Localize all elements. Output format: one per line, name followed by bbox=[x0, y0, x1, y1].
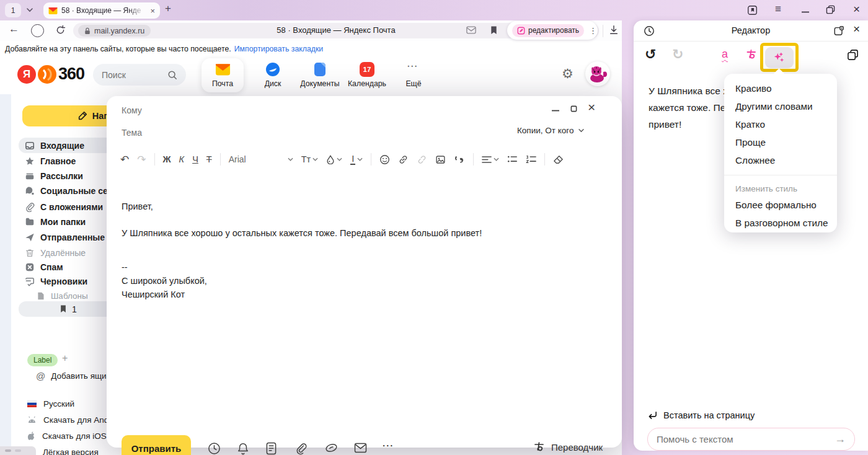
menu-item-beautiful[interactable]: Красиво bbox=[724, 79, 837, 97]
strikethrough-button[interactable]: Т bbox=[206, 154, 212, 164]
service-calendar[interactable]: 17 Календарь bbox=[345, 61, 389, 92]
add-mailbox-row[interactable]: @ Добавить ящик bbox=[36, 369, 110, 382]
sidebar-item-my-folders[interactable]: Мои папки bbox=[25, 214, 86, 229]
remove-link-icon[interactable] bbox=[417, 154, 427, 165]
ai-rewrite-sparkles-button[interactable] bbox=[765, 47, 794, 68]
compose-subject-field[interactable] bbox=[122, 126, 469, 139]
panel-close-icon[interactable]: × bbox=[853, 22, 860, 36]
tab-counter[interactable]: 1 bbox=[5, 3, 21, 17]
numbered-list-icon[interactable] bbox=[526, 155, 536, 164]
compose-more-icon[interactable]: ⋯ bbox=[382, 438, 394, 453]
menu-item-formal[interactable]: Более формально bbox=[724, 196, 837, 214]
mail-notify-icon[interactable] bbox=[466, 26, 476, 34]
label-tag[interactable]: Label bbox=[27, 354, 58, 366]
sidebar-item-sent[interactable]: Отправленные bbox=[25, 229, 105, 245]
edit-chip[interactable]: редактировать bbox=[512, 24, 584, 37]
submit-arrow-icon[interactable]: → bbox=[835, 433, 846, 446]
cc-from-toggle[interactable]: Копии, От кого bbox=[517, 126, 585, 135]
panel-redo-icon[interactable]: ↻ bbox=[672, 48, 683, 61]
translator-button[interactable]: Переводчик bbox=[533, 441, 603, 453]
insert-image-icon[interactable] bbox=[435, 154, 446, 165]
sidebar-item-social[interactable]: Социальные сети bbox=[25, 183, 117, 198]
clear-format-eraser-icon[interactable] bbox=[553, 155, 564, 164]
font-family-select[interactable]: Arial bbox=[229, 154, 293, 164]
underline-button[interactable]: Ч bbox=[192, 154, 198, 164]
attach-file-icon[interactable] bbox=[295, 442, 308, 455]
attach-from-mail-icon[interactable] bbox=[354, 443, 367, 453]
menu-item-complex[interactable]: Сложнее bbox=[724, 151, 837, 169]
emoji-icon[interactable] bbox=[379, 154, 390, 165]
bookmark-page-icon[interactable] bbox=[490, 25, 498, 35]
menu-item-rephrase[interactable]: Другими словами bbox=[724, 97, 837, 115]
panel-undo-icon[interactable]: ↺ bbox=[645, 48, 656, 61]
browser-tab[interactable]: 58 · Входящие — Янде × bbox=[43, 2, 160, 19]
compose-close-button[interactable]: × bbox=[588, 100, 595, 115]
sidebar-item-drafts[interactable]: Черновики bbox=[25, 273, 87, 289]
menu-item-casual[interactable]: В разговорном стиле bbox=[724, 214, 837, 232]
new-tab-button[interactable]: + bbox=[165, 2, 171, 15]
pill-more-icon[interactable]: ⋮ bbox=[589, 26, 597, 35]
service-more[interactable]: ⋯ Ещё bbox=[398, 61, 429, 92]
compose-maximize-button[interactable] bbox=[570, 105, 577, 112]
omnibox[interactable]: mail.yandex.ru 58 · Входящие — Яндекс По… bbox=[73, 23, 599, 38]
undo-icon[interactable]: ↶ bbox=[120, 153, 129, 166]
search-icon[interactable] bbox=[167, 70, 177, 80]
italic-button[interactable]: К bbox=[179, 154, 185, 164]
service-disk[interactable]: Диск bbox=[254, 61, 291, 92]
tabs-chevron-icon[interactable] bbox=[26, 7, 33, 12]
sidebar-item-spam[interactable]: Спам bbox=[25, 259, 63, 275]
insert-to-page-button[interactable]: Вставить на страницу bbox=[647, 410, 755, 420]
spellcheck-button[interactable]: a bbox=[722, 48, 728, 60]
search-box[interactable] bbox=[93, 64, 186, 86]
reload-icon[interactable] bbox=[55, 25, 66, 35]
panels-bookmark-icon[interactable] bbox=[747, 5, 758, 15]
yandex360-logo[interactable]: Я 360 bbox=[17, 64, 84, 84]
attach-from-disk-icon[interactable] bbox=[325, 442, 338, 454]
sidebar-item-inbox[interactable]: Входящие bbox=[25, 138, 84, 153]
text-color-button[interactable]: I bbox=[350, 154, 363, 165]
import-bookmarks-link[interactable]: Импортировать закладки bbox=[234, 45, 323, 53]
template-note-icon[interactable] bbox=[266, 442, 277, 455]
highlight-color-button[interactable] bbox=[326, 155, 342, 164]
compose-minimize-button[interactable] bbox=[552, 110, 559, 112]
tab-close-icon[interactable]: × bbox=[150, 7, 155, 15]
settings-gear-icon[interactable]: ⚙ bbox=[562, 67, 574, 80]
sidebar-item-main[interactable]: Главное bbox=[25, 153, 76, 169]
translate-hiragana-icon[interactable] bbox=[745, 48, 758, 61]
browser-menu-icon[interactable]: ≡ bbox=[775, 3, 781, 15]
language-link[interactable]: Русский bbox=[27, 396, 74, 411]
detach-panel-icon[interactable] bbox=[833, 25, 844, 37]
download-ios-link[interactable]: Скачать для iOS bbox=[27, 428, 107, 443]
menu-item-simpler[interactable]: Проще bbox=[724, 133, 837, 151]
window-minimize-button[interactable] bbox=[802, 11, 809, 13]
yandex-button[interactable] bbox=[31, 24, 44, 37]
sidebar-item-mailings[interactable]: Рассылки bbox=[25, 168, 83, 183]
add-label-icon[interactable]: + bbox=[62, 353, 68, 364]
light-version-link[interactable]: Лёгкая версия bbox=[27, 444, 99, 455]
user-avatar[interactable] bbox=[585, 61, 610, 86]
bold-button[interactable]: Ж bbox=[163, 154, 171, 164]
insert-link-icon[interactable] bbox=[398, 154, 409, 165]
ai-prompt-input[interactable] bbox=[657, 434, 835, 444]
search-input[interactable] bbox=[102, 70, 167, 80]
compose-to-field[interactable] bbox=[122, 104, 494, 117]
ai-prompt-box[interactable]: → bbox=[647, 428, 855, 451]
window-restore-button[interactable] bbox=[826, 5, 835, 14]
schedule-clock-icon[interactable] bbox=[208, 442, 221, 455]
downloads-icon[interactable] bbox=[609, 25, 619, 35]
bullet-list-icon[interactable] bbox=[507, 155, 518, 164]
menu-item-shorter[interactable]: Кратко bbox=[724, 115, 837, 133]
sidebar-item-attachments[interactable]: С вложениями bbox=[25, 199, 103, 214]
service-mail[interactable]: Почта bbox=[202, 58, 244, 92]
redo-icon[interactable]: ↷ bbox=[137, 153, 146, 166]
edit-pill[interactable]: редактировать ⋮ bbox=[507, 21, 598, 40]
copy-icon[interactable] bbox=[847, 49, 859, 61]
font-size-select[interactable]: Тт bbox=[301, 154, 319, 164]
quote-icon[interactable] bbox=[454, 155, 465, 164]
sidebar-item-trash[interactable]: Удалённые bbox=[25, 245, 86, 260]
service-docs[interactable]: Документы bbox=[296, 61, 343, 92]
window-close-button[interactable]: × bbox=[853, 2, 860, 16]
back-icon[interactable]: ← bbox=[9, 23, 19, 35]
notification-bell-icon[interactable] bbox=[237, 442, 249, 455]
align-button[interactable] bbox=[482, 156, 499, 164]
